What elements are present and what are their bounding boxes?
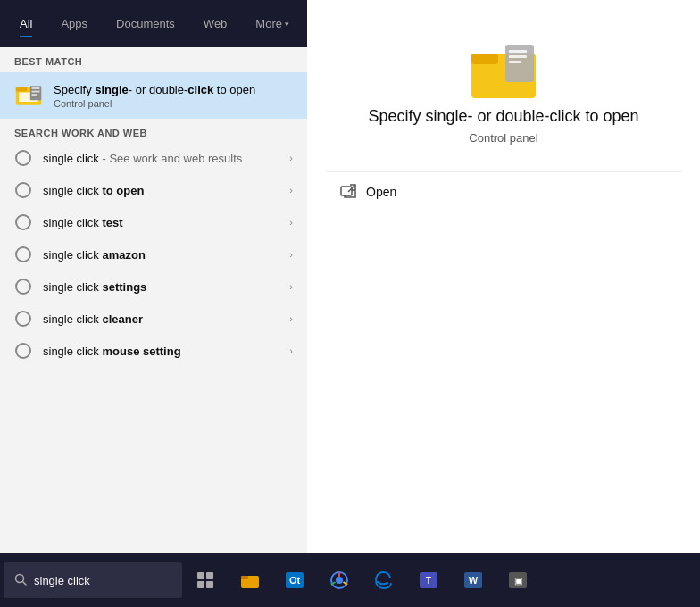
svg-rect-6: [32, 87, 40, 89]
result-text-2: single click test: [43, 216, 279, 229]
search-icon-1: [14, 181, 32, 199]
svg-rect-15: [341, 187, 352, 195]
tab-bar: All Apps Documents Web More ▾ ···: [0, 0, 307, 47]
svg-text:W: W: [469, 575, 479, 586]
result-item-mouse-setting[interactable]: single click mouse setting ›: [0, 335, 307, 367]
best-match-label: Best match: [0, 47, 307, 72]
outlook-button[interactable]: Ot: [273, 559, 316, 602]
search-work-web-label: Search work and web: [0, 119, 307, 142]
svg-point-26: [336, 577, 343, 584]
svg-text:Ot: Ot: [289, 575, 301, 586]
result-item-test[interactable]: single click test ›: [0, 206, 307, 238]
svg-rect-12: [509, 50, 527, 53]
svg-text:▣: ▣: [514, 576, 522, 586]
open-label: Open: [366, 185, 396, 199]
taskbar-search-icon: [14, 573, 27, 588]
tab-apps[interactable]: Apps: [48, 10, 100, 37]
best-match-item[interactable]: Specify single- or double-click to open …: [0, 72, 307, 119]
result-item-cleaner[interactable]: single click cleaner ›: [0, 303, 307, 335]
open-action[interactable]: Open: [325, 171, 682, 212]
file-explorer-button[interactable]: [229, 559, 271, 602]
result-item-amazon[interactable]: single click amazon ›: [0, 238, 307, 270]
svg-rect-13: [509, 55, 527, 58]
chevron-right-icon-4: ›: [289, 281, 293, 292]
tab-more[interactable]: More ▾: [243, 10, 302, 37]
tab-all[interactable]: All: [7, 10, 45, 37]
chevron-right-icon-0: ›: [289, 153, 293, 163]
svg-rect-7: [32, 91, 40, 93]
task-view-button[interactable]: [184, 559, 227, 602]
result-text-3: single click amazon: [43, 248, 279, 262]
taskbar: Ot T W ▣: [0, 553, 700, 607]
detail-panel: Specify single- or double-click to open …: [307, 0, 700, 553]
edge-button[interactable]: [362, 559, 405, 602]
word-button[interactable]: W: [452, 559, 495, 602]
svg-rect-18: [206, 572, 213, 579]
svg-rect-20: [206, 581, 213, 588]
tab-web[interactable]: Web: [191, 10, 240, 37]
result-text-1: single click to open: [43, 184, 279, 197]
folder-large-icon: [468, 36, 539, 107]
result-item-see-web[interactable]: single click - See work and web results …: [0, 142, 307, 174]
chrome-button[interactable]: [318, 559, 361, 602]
search-panel: All Apps Documents Web More ▾ ··· Best m…: [0, 0, 307, 607]
tab-documents[interactable]: Documents: [104, 10, 188, 37]
result-item-settings[interactable]: single click settings ›: [0, 270, 307, 303]
result-text-5: single click cleaner: [43, 312, 279, 326]
result-text-0: single click - See work and web results: [43, 152, 279, 165]
svg-rect-3: [16, 87, 27, 91]
svg-rect-10: [471, 54, 498, 64]
search-icon-0: [14, 149, 32, 167]
search-icon-2: [14, 213, 32, 231]
search-icon-6: [14, 342, 32, 360]
chevron-right-icon-3: ›: [289, 249, 293, 260]
svg-rect-8: [32, 94, 37, 96]
detail-subtitle: Control panel: [469, 131, 538, 145]
chevron-down-icon: ▾: [285, 20, 289, 29]
best-match-text: Specify single- or double-click to open …: [54, 82, 255, 109]
open-icon: [339, 183, 357, 201]
control-panel-icon: [14, 81, 43, 110]
search-box[interactable]: [4, 562, 182, 598]
best-match-title: Specify single- or double-click to open: [54, 82, 255, 98]
svg-rect-22: [241, 576, 248, 579]
result-text-6: single click mouse setting: [43, 345, 279, 358]
search-icon-4: [14, 278, 32, 295]
search-icon-3: [14, 245, 32, 263]
detail-title: Specify single- or double-click to open: [368, 107, 638, 126]
chevron-right-icon-5: ›: [289, 313, 293, 324]
svg-rect-14: [509, 61, 521, 63]
taskbar-search-input[interactable]: [34, 574, 171, 587]
app-button[interactable]: ▣: [496, 559, 539, 602]
result-text-4: single click settings: [43, 280, 279, 294]
svg-rect-17: [197, 572, 204, 579]
svg-rect-19: [197, 581, 204, 588]
result-item-to-open[interactable]: single click to open ›: [0, 174, 307, 206]
svg-text:T: T: [426, 576, 431, 586]
best-match-subtitle: Control panel: [54, 98, 255, 109]
teams-button[interactable]: T: [407, 559, 450, 602]
chevron-right-icon-2: ›: [289, 217, 293, 228]
search-icon-5: [14, 310, 32, 328]
chevron-right-icon-1: ›: [289, 185, 293, 195]
chevron-right-icon-6: ›: [289, 345, 293, 356]
